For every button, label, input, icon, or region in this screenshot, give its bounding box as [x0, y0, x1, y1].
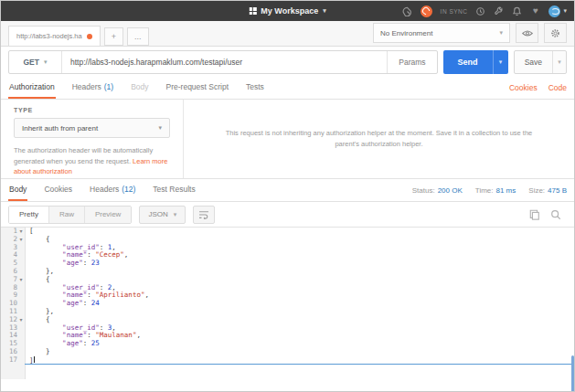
code-line[interactable]: 11 },	[1, 308, 574, 316]
fold-caret-icon[interactable]: ▾	[17, 236, 25, 244]
environment-quick-look-button[interactable]	[516, 23, 538, 43]
view-mode-group: Pretty Raw Preview	[8, 206, 132, 224]
account-menu[interactable]: ▾	[548, 5, 567, 17]
url-input[interactable]	[62, 51, 387, 73]
environment-controls: No Environment ▾	[373, 23, 567, 46]
new-tab-button[interactable]: +	[104, 27, 123, 46]
inherit-auth-message: This request is not inheriting any autho…	[222, 128, 536, 150]
response-body-editor[interactable]: 1▾[2▾ {3 "user_id": 1,4 "name": "Cecep",…	[1, 228, 574, 379]
send-options-button[interactable]: ▾	[493, 50, 508, 74]
satellite-sync-icon[interactable]	[402, 6, 412, 16]
time-meta: Time: 81 ms	[475, 186, 516, 195]
save-options-button[interactable]: ▾	[552, 51, 566, 73]
code-line[interactable]: 10 "age": 24	[1, 300, 574, 308]
response-headers-count-badge: (12)	[122, 185, 135, 194]
editor-scrollbar-thumb[interactable]	[571, 355, 574, 392]
code-line[interactable]: 17]	[1, 356, 574, 365]
chevron-down-icon: ▾	[563, 7, 567, 15]
auth-type-value: Inherit auth from parent	[22, 124, 98, 132]
top-bar: My Workspace ▾ IN SYNC ♥ ▾	[1, 1, 574, 21]
code-line[interactable]: 5 "age": 23	[1, 260, 574, 268]
method-selector[interactable]: GET ▾	[9, 51, 62, 73]
format-selector[interactable]: JSON ▾	[139, 206, 186, 224]
tab-body[interactable]: Body	[130, 77, 149, 99]
headers-count-badge: (1)	[104, 82, 113, 91]
request-builder-row: GET ▾ Params Send ▾ Save ▾	[1, 47, 574, 77]
request-tab[interactable]: http://labs3-nodejs.ha	[8, 26, 101, 46]
eye-icon	[522, 29, 533, 37]
tab-response-headers[interactable]: Headers (12)	[89, 179, 136, 201]
request-tab-title: http://labs3-nodejs.ha	[16, 32, 82, 40]
response-meta: Status: 200 OK Time: 81 ms Size: 475 B	[412, 179, 567, 201]
pretty-button[interactable]: Pretty	[9, 207, 49, 223]
postman-logo-icon[interactable]	[421, 5, 432, 17]
method-value: GET	[24, 58, 39, 67]
workspace-switcher[interactable]: My Workspace ▾	[249, 6, 325, 16]
tab-response-cookies[interactable]: Cookies	[43, 179, 73, 201]
copy-icon	[529, 209, 540, 220]
tab-headers[interactable]: Headers (1)	[71, 77, 115, 99]
settings-button[interactable]	[544, 23, 567, 43]
unsaved-dot-icon	[87, 34, 92, 39]
auth-type-selector[interactable]: Inherit auth from parent ▾	[14, 118, 170, 138]
copy-button[interactable]	[529, 209, 540, 220]
avatar	[548, 5, 560, 17]
tab-tests[interactable]: Tests	[245, 77, 265, 99]
fold-caret-icon[interactable]: ▾	[17, 228, 25, 236]
tab-authorization[interactable]: Authorization	[8, 77, 56, 99]
status-value: 200 OK	[438, 186, 463, 195]
request-tabs: Authorization Headers (1) Body Pre-reque…	[1, 77, 574, 100]
postman-window: My Workspace ▾ IN SYNC ♥ ▾	[0, 0, 575, 392]
save-button[interactable]: Save	[515, 51, 552, 73]
chevron-down-icon: ▾	[323, 7, 326, 15]
bell-icon[interactable]	[512, 6, 522, 16]
editor-lines: 1▾[2▾ {3 "user_id": 1,4 "name": "Cecep",…	[1, 228, 574, 365]
search-button[interactable]	[550, 209, 561, 220]
wrap-text-button[interactable]	[193, 206, 215, 224]
text-cursor	[34, 356, 35, 364]
chevron-down-icon: ▾	[174, 211, 177, 218]
url-group: GET ▾ Params	[8, 50, 438, 74]
response-tabs: Body Cookies Headers (12) Test Results S…	[1, 179, 574, 202]
response-actions	[529, 209, 567, 220]
fold-caret-icon[interactable]: ▾	[17, 276, 25, 284]
send-button[interactable]: Send	[443, 50, 493, 74]
status-meta: Status: 200 OK	[412, 186, 463, 195]
wrench-icon[interactable]	[494, 6, 504, 16]
wrap-lines-icon	[198, 210, 209, 219]
format-value: JSON	[148, 210, 167, 218]
size-value: 475 B	[548, 186, 567, 195]
size-meta: Size: 475 B	[528, 186, 567, 195]
code-line[interactable]: 15 "age": 25	[1, 340, 574, 348]
cookies-link[interactable]: Cookies	[509, 83, 538, 92]
chevron-down-icon: ▾	[158, 124, 162, 132]
save-split-button: Save ▾	[514, 50, 567, 74]
tab-pre-request-script[interactable]: Pre-request Script	[165, 77, 230, 99]
response-toolbar: Pretty Raw Preview JSON ▾	[1, 202, 574, 228]
request-tab-links: Cookies Code	[509, 77, 567, 99]
params-button[interactable]: Params	[387, 51, 436, 73]
time-value: 81 ms	[496, 186, 516, 195]
raw-button[interactable]: Raw	[49, 207, 85, 223]
search-icon	[550, 209, 561, 220]
environment-selector[interactable]: No Environment ▾	[373, 23, 510, 43]
sync-status: IN SYNC	[441, 8, 468, 15]
code-line[interactable]: 6 },	[1, 268, 574, 276]
auth-help-text: The authorization header will be automat…	[14, 145, 170, 177]
workspace-grid-icon	[249, 7, 256, 15]
tab-test-results[interactable]: Test Results	[152, 179, 196, 201]
fold-caret-icon[interactable]: ▾	[17, 316, 25, 324]
topbar-actions: IN SYNC ♥ ▾	[402, 5, 567, 17]
preview-button[interactable]: Preview	[85, 207, 131, 223]
chevron-down-icon: ▾	[499, 29, 503, 37]
tab-response-body[interactable]: Body	[8, 179, 27, 201]
tab-options-button[interactable]: ...	[127, 27, 149, 46]
gear-icon	[550, 28, 560, 38]
type-label: TYPE	[14, 107, 170, 113]
history-icon[interactable]	[475, 6, 485, 16]
code-line[interactable]: 16 }	[1, 348, 574, 356]
request-tab-strip: http://labs3-nodejs.ha + ... No Environm…	[1, 21, 574, 47]
heart-icon[interactable]: ♥	[530, 6, 540, 16]
code-line[interactable]: 1▾[	[1, 228, 574, 236]
code-link[interactable]: Code	[548, 83, 567, 92]
